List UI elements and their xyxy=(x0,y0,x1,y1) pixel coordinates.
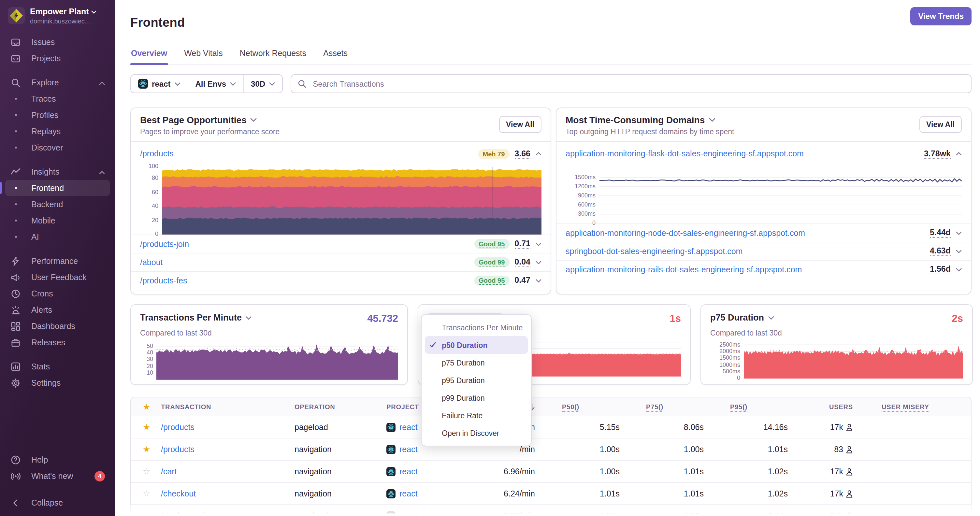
transaction-link[interactable]: /products xyxy=(161,445,194,454)
domain-row[interactable]: application-monitoring-node-dot-sales-en… xyxy=(557,224,971,242)
star-filled-icon[interactable]: ★ xyxy=(143,445,161,454)
menu-item-p95-duration[interactable]: p95 Duration xyxy=(425,372,528,389)
sidebar-item-releases[interactable]: Releases xyxy=(5,334,110,351)
transaction-link[interactable]: /cart xyxy=(161,467,177,476)
transaction-link[interactable]: /products xyxy=(161,423,194,432)
domain-row[interactable]: application-monitoring-flask-dot-sales-e… xyxy=(557,142,971,224)
settings-icon xyxy=(10,378,21,388)
star-outline-icon[interactable]: ☆ xyxy=(143,467,161,476)
transaction-link[interactable]: /products-join xyxy=(161,511,210,516)
chevron-down-icon[interactable] xyxy=(251,118,257,122)
sidebar-item-alerts[interactable]: Alerts xyxy=(5,302,110,318)
column-header-user-misery[interactable]: USER MISERY xyxy=(853,403,958,410)
star-outline-icon[interactable]: ☆ xyxy=(143,512,161,516)
search-input[interactable] xyxy=(312,79,964,89)
page-opportunity-link[interactable]: /products xyxy=(140,149,173,159)
collapse-icon xyxy=(10,497,21,508)
y-axis-tick-label: 900ms xyxy=(578,193,595,199)
column-header-p75[interactable]: P75() xyxy=(620,403,704,410)
menu-item-p50-duration[interactable]: p50 Duration xyxy=(425,336,528,354)
project-link[interactable]: react xyxy=(399,423,418,432)
sidebar-item-traces[interactable]: Traces xyxy=(5,90,110,107)
domain-link[interactable]: application-monitoring-node-dot-sales-en… xyxy=(566,229,805,238)
domain-link[interactable]: application-monitoring-flask-dot-sales-e… xyxy=(566,149,804,159)
sidebar-item-dashboards[interactable]: Dashboards xyxy=(5,318,110,334)
sidebar-item-profiles[interactable]: Profiles xyxy=(5,107,110,123)
star-outline-icon[interactable]: ☆ xyxy=(143,490,161,498)
tpm-metric-selector[interactable]: Transactions Per Minute xyxy=(140,313,251,323)
project-link[interactable]: react xyxy=(399,511,418,516)
sidebar-item-backend[interactable]: Backend xyxy=(5,196,110,213)
sidebar-item-collapse[interactable]: Collapse xyxy=(5,494,110,511)
tab-overview[interactable]: Overview xyxy=(130,49,168,65)
view-all-button[interactable]: View All xyxy=(919,116,962,133)
domain-row[interactable]: application-monitoring-rails-dot-sales-e… xyxy=(557,260,971,278)
panel-title[interactable]: Most Time-Consuming Domains xyxy=(566,115,705,125)
environment-filter-value: All Envs xyxy=(195,79,226,89)
page-opportunity-row[interactable]: /products-joinGood 950.71 xyxy=(131,235,550,253)
org-switcher[interactable]: Empower Plant dominik.buszowiec… xyxy=(0,0,115,27)
chevron-down-icon[interactable] xyxy=(709,118,715,122)
sidebar-item-crons[interactable]: Crons xyxy=(5,285,110,302)
broadcast-icon xyxy=(10,471,21,481)
tab-web-vitals[interactable]: Web Vitals xyxy=(183,49,223,65)
page-opportunity-link[interactable]: /about xyxy=(140,258,163,267)
sidebar-item-discover[interactable]: Discover xyxy=(5,140,110,156)
project-link[interactable]: react xyxy=(399,445,418,454)
sidebar-section-insights[interactable]: Insights xyxy=(5,164,110,180)
sidebar-item-projects[interactable]: Projects xyxy=(5,50,110,67)
project-filter[interactable]: react xyxy=(131,75,187,93)
tab-network-requests[interactable]: Network Requests xyxy=(239,49,307,65)
page-opportunity-row[interactable]: /aboutGood 990.04 xyxy=(131,253,550,271)
best-page-opportunities-panel: Best Page Opportunities Pages to improve… xyxy=(130,108,551,295)
tpm-chart[interactable]: 1020304050 xyxy=(140,341,398,380)
project-link[interactable]: react xyxy=(399,467,418,476)
transaction-link[interactable]: /checkout xyxy=(161,489,196,499)
page-opportunity-link[interactable]: /products-fes xyxy=(140,276,187,285)
sidebar-item-mobile[interactable]: Mobile xyxy=(5,213,110,229)
menu-item-open-in-discover[interactable]: Open in Discover xyxy=(425,424,528,442)
p75-metric-selector[interactable]: p75 Duration xyxy=(710,313,774,323)
environment-filter[interactable]: All Envs xyxy=(187,75,243,93)
p95-cell: 1.02s xyxy=(704,489,788,499)
page-score-chart[interactable]: 020406080100 xyxy=(140,165,541,235)
menu-item-failure-rate[interactable]: Failure Rate xyxy=(425,406,528,424)
sidebar-item-ai[interactable]: AI xyxy=(5,229,110,245)
sidebar-section-explore[interactable]: Explore xyxy=(5,74,110,90)
sidebar-item-user-feedback[interactable]: User Feedback xyxy=(5,269,110,285)
y-axis-tick-label: 60 xyxy=(152,189,158,195)
sidebar-item-help[interactable]: Help xyxy=(5,451,110,468)
domain-link[interactable]: application-monitoring-rails-dot-sales-e… xyxy=(566,265,802,274)
chevron-up-icon[interactable] xyxy=(99,167,105,176)
sidebar-item-settings[interactable]: Settings xyxy=(5,375,110,391)
p75-chart[interactable]: 0500ms1000ms1500ms2000ms2500ms xyxy=(710,341,963,379)
sidebar-item-issues[interactable]: Issues xyxy=(5,34,110,50)
domain-duration-chart[interactable]: 0300ms600ms900ms1200ms1500ms xyxy=(566,173,962,224)
menu-item-p75-duration[interactable]: p75 Duration xyxy=(425,354,528,372)
project-link[interactable]: react xyxy=(399,489,418,499)
sidebar-item-whats-new[interactable]: What's new4 xyxy=(5,468,110,484)
domain-row[interactable]: springboot-dot-sales-engineering-sf.apps… xyxy=(557,242,971,260)
chevron-up-icon[interactable] xyxy=(99,78,105,87)
view-trends-button[interactable]: View Trends xyxy=(910,7,972,25)
view-all-button[interactable]: View All xyxy=(499,116,541,133)
date-range-filter[interactable]: 30D xyxy=(243,75,282,93)
menu-item-p99-duration[interactable]: p99 Duration xyxy=(425,389,528,406)
sidebar-item-replays[interactable]: Replays xyxy=(5,123,110,140)
row-value: 5.44d xyxy=(930,229,951,238)
sidebar-item-stats[interactable]: Stats xyxy=(5,358,110,375)
panel-title[interactable]: Best Page Opportunities xyxy=(140,115,247,125)
page-opportunity-row[interactable]: /products-fesGood 950.47 xyxy=(131,271,550,290)
sidebar-item-frontend[interactable]: Frontend xyxy=(5,180,110,196)
page-opportunity-row[interactable]: /productsMeh 793.66020406080100 xyxy=(131,142,550,235)
column-header-p95[interactable]: P95() xyxy=(704,403,788,410)
domain-link[interactable]: springboot-dot-sales-engineering-sf.apps… xyxy=(566,247,743,256)
tab-assets[interactable]: Assets xyxy=(323,49,348,65)
column-header-p50[interactable]: P50() xyxy=(535,403,620,410)
column-header-transaction: TRANSACTION xyxy=(161,403,294,410)
operation-cell: navigation xyxy=(294,489,387,499)
menu-item-transactions-per-minute[interactable]: Transactions Per Minute xyxy=(425,319,528,336)
page-opportunity-link[interactable]: /products-join xyxy=(140,240,189,249)
star-filled-icon[interactable]: ★ xyxy=(143,423,161,432)
sidebar-item-performance[interactable]: Performance xyxy=(5,253,110,269)
